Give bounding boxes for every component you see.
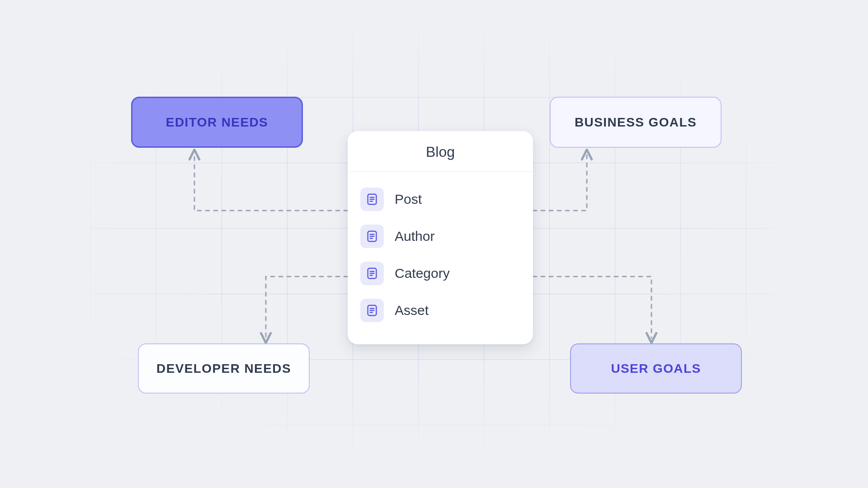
- node-developer-needs: DEVELOPER NEEDS: [138, 343, 310, 394]
- document-icon: [360, 262, 384, 285]
- node-label: EDITOR NEEDS: [166, 115, 268, 130]
- node-label: BUSINESS GOALS: [575, 115, 697, 130]
- card-title: Blog: [348, 131, 533, 172]
- blog-card: Blog Post Author Category: [348, 131, 533, 344]
- node-business-goals: BUSINESS GOALS: [550, 97, 722, 148]
- card-body: Post Author Category Asset: [348, 172, 533, 344]
- document-icon: [360, 225, 384, 248]
- node-label: USER GOALS: [611, 361, 701, 376]
- document-icon: [360, 188, 384, 211]
- list-item-label: Asset: [395, 303, 429, 318]
- list-item-label: Category: [395, 266, 450, 281]
- list-item: Asset: [360, 292, 520, 329]
- list-item: Category: [360, 255, 520, 292]
- document-icon: [360, 299, 384, 322]
- node-editor-needs: EDITOR NEEDS: [131, 97, 303, 148]
- list-item-label: Author: [395, 229, 434, 244]
- diagram-stage: EDITOR NEEDS BUSINESS GOALS DEVELOPER NE…: [0, 0, 868, 488]
- node-label: DEVELOPER NEEDS: [156, 361, 291, 376]
- list-item: Post: [360, 181, 520, 218]
- list-item: Author: [360, 218, 520, 255]
- list-item-label: Post: [395, 192, 422, 207]
- node-user-goals: USER GOALS: [570, 343, 742, 394]
